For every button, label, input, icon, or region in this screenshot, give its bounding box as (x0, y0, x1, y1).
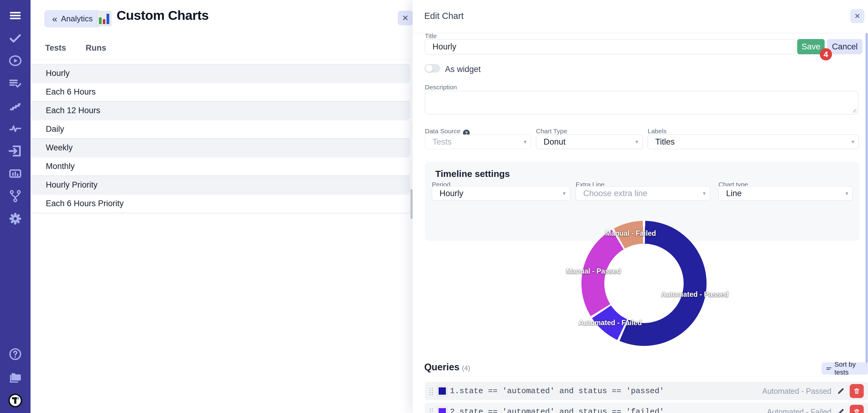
chart-list: HourlyEach 6 HoursEach 12 HoursDailyWeek… (31, 64, 410, 213)
list-item[interactable]: Monthly (31, 157, 410, 176)
unsaved-count-badge: 4 (820, 48, 832, 60)
chevron-down-icon: ▾ (563, 190, 565, 197)
query-text: 2.state == 'automated' and status == 'fa… (450, 407, 664, 413)
labels-label: Labels (648, 127, 666, 135)
donut-slice-label: Manual - Passed (566, 267, 621, 275)
period-select[interactable]: Hourly▾ (432, 186, 570, 201)
help-icon[interactable] (8, 347, 22, 361)
branch-icon[interactable] (8, 189, 22, 203)
timeline-chart-type-select[interactable]: Line▾ (718, 186, 853, 201)
pulse-icon[interactable] (8, 121, 22, 135)
charts-icon[interactable] (8, 166, 22, 181)
period-value: Hourly (439, 189, 463, 198)
drag-handle-icon[interactable] (429, 408, 433, 413)
tests-check-icon[interactable] (8, 31, 22, 45)
delete-query-button[interactable] (850, 405, 864, 413)
chart-type-select[interactable]: Donut▾ (536, 134, 643, 149)
sidebar (0, 0, 31, 413)
edit-chart-panel: Edit Chart ✕ Title Hourly Save 4 Cancel … (413, 0, 868, 413)
delete-query-button[interactable] (850, 384, 864, 398)
data-source-value: Tests (432, 137, 452, 147)
edit-panel-scrollbar[interactable] (866, 33, 868, 363)
sort-by-tests-button[interactable]: Sort by tests (822, 362, 868, 375)
custom-charts-panel: « Analytics Custom Charts Tests Runs Hou… (31, 0, 413, 413)
cancel-button[interactable]: Cancel (827, 39, 863, 54)
query-row: 1.state == 'automated' and status == 'pa… (425, 382, 868, 400)
donut-slice-label: Manual - Failed (605, 229, 656, 237)
as-widget-toggle[interactable] (425, 64, 440, 73)
tab-bar: Tests Runs (45, 43, 106, 53)
query-color-swatch (438, 386, 447, 395)
title-input-value: Hourly (432, 42, 456, 52)
tab-tests[interactable]: Tests (45, 43, 66, 53)
app-logo[interactable] (8, 393, 22, 408)
page-title: Custom Charts (117, 8, 209, 23)
query-text: 1.state == 'automated' and status == 'pa… (450, 386, 664, 395)
donut-chart: Automated - PassedAutomated - FailedManu… (581, 221, 707, 346)
chevron-down-icon: ▾ (845, 190, 848, 197)
list-item[interactable]: Each 12 Hours (31, 101, 410, 120)
chevron-down-icon: ▾ (524, 138, 526, 145)
tab-runs[interactable]: Runs (86, 43, 106, 53)
title-input[interactable]: Hourly (425, 39, 795, 54)
back-chevrons-icon: « (52, 14, 57, 24)
drag-handle-icon[interactable] (429, 387, 433, 395)
query-color-swatch (438, 407, 447, 413)
settings-gear-icon[interactable] (8, 212, 22, 226)
queries-count: (4) (462, 364, 470, 372)
panel-close-button[interactable]: ✕ (398, 11, 413, 25)
query-result-label: Automated - Failed (767, 408, 831, 413)
chevron-down-icon: ▾ (851, 138, 854, 145)
steps-icon[interactable] (8, 99, 22, 113)
chevron-down-icon: ▾ (703, 190, 706, 197)
edit-pencil-icon[interactable] (837, 408, 845, 413)
extra-line-placeholder: Choose extra line (583, 189, 647, 198)
labels-value: Titles (655, 137, 675, 147)
back-label: Analytics (61, 14, 93, 24)
app-root: « Analytics Custom Charts Tests Runs Hou… (0, 0, 868, 413)
donut-slice-label: Automated - Passed (661, 290, 728, 298)
analytics-back-button[interactable]: « Analytics (44, 10, 101, 27)
header-divider (413, 33, 868, 33)
donut-hole (604, 244, 684, 323)
list-item[interactable]: Each 6 Hours Priority (31, 194, 410, 213)
queries-heading: Queries(4) (424, 362, 470, 373)
list-item[interactable]: Hourly Priority (31, 176, 410, 194)
list-scrollbar[interactable] (410, 189, 413, 219)
bar-chart-icon (97, 11, 112, 26)
title-field-label: Title (425, 32, 437, 40)
menu-icon[interactable] (8, 8, 22, 23)
timeline-heading: Timeline settings (435, 169, 510, 179)
donut-slice-label: Automated - Failed (579, 318, 642, 327)
list-item[interactable]: Daily (31, 120, 410, 138)
description-label: Description (425, 84, 457, 91)
as-widget-label: As widget (445, 65, 481, 74)
toggle-knob (426, 65, 433, 72)
list-item[interactable]: Each 6 Hours (31, 83, 410, 101)
runs-play-icon[interactable] (8, 54, 22, 68)
test-plans-icon[interactable] (8, 76, 22, 90)
projects-folder-icon[interactable] (8, 370, 22, 384)
labels-select[interactable]: Titles▾ (648, 134, 859, 149)
query-row: 2.state == 'automated' and status == 'fa… (425, 403, 868, 413)
sort-icon (827, 367, 831, 371)
edit-chart-title: Edit Chart (424, 11, 464, 21)
edit-pencil-icon[interactable] (837, 387, 845, 395)
chart-type-label: Chart Type (536, 127, 567, 135)
list-item[interactable]: Weekly (31, 138, 410, 157)
data-source-select: Tests▾ (425, 134, 531, 149)
description-textarea[interactable] (425, 91, 858, 115)
extra-line-select[interactable]: Choose extra line▾ (576, 186, 710, 201)
chart-type-value: Donut (544, 137, 565, 147)
import-icon[interactable] (8, 144, 22, 158)
edit-chart-close-button[interactable]: ✕ (850, 9, 864, 23)
chevron-down-icon: ▾ (636, 138, 638, 145)
timeline-chart-type-value: Line (726, 189, 742, 198)
list-item[interactable]: Hourly (31, 64, 410, 82)
query-result-label: Automated - Passed (762, 387, 831, 395)
